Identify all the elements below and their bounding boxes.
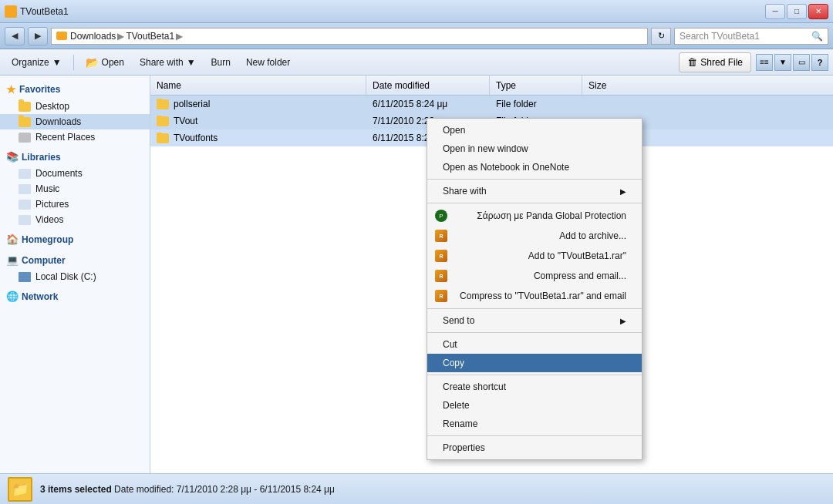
local-disk-icon — [19, 272, 31, 282]
maximize-button[interactable]: □ — [787, 4, 807, 19]
sidebar-header-favorites: ★ Favorites — [0, 80, 150, 99]
new-folder-button[interactable]: New folder — [239, 52, 297, 72]
organize-dropdown-icon: ▼ — [52, 57, 62, 68]
panda-protection-icon: P — [435, 210, 447, 222]
view-buttons: ≡≡ ▼ ▭ ? — [756, 54, 828, 71]
column-header: Name Date modified Type Size — [150, 76, 833, 96]
title-bar: TVoutBeta1 ─ □ ✕ — [0, 0, 833, 23]
sidebar-header-network: 🌐 Network — [0, 287, 150, 305]
toolbar: Organize ▼ 📂 Open Share with ▼ Burn New … — [0, 49, 833, 76]
view-list-button[interactable]: ≡≡ — [756, 54, 773, 71]
ctx-separator-5 — [427, 375, 642, 375]
window-title: TVoutBeta1 — [20, 6, 69, 17]
rar-icon-1: R — [435, 230, 447, 242]
ctx-separator-3 — [427, 308, 642, 309]
desktop-folder-icon — [19, 102, 31, 112]
sidebar-section-libraries: 📚 Libraries Documents Music Pictures Vid… — [0, 148, 150, 227]
ctx-compress-email[interactable]: R Compress and email... — [427, 266, 642, 286]
favorites-star-icon: ★ — [6, 83, 16, 96]
table-row[interactable]: pollserial 6/11/2015 8:24 μμ File folder — [150, 96, 833, 113]
ctx-cut[interactable]: Cut — [427, 335, 642, 354]
minimize-button[interactable]: ─ — [765, 4, 785, 19]
close-button[interactable]: ✕ — [808, 4, 828, 19]
ctx-copy[interactable]: Copy — [427, 354, 642, 372]
organize-button[interactable]: Organize ▼ — [5, 52, 69, 72]
ctx-send-to[interactable]: Send to ▶ — [427, 311, 642, 330]
file-name-cell: TVout — [150, 116, 366, 126]
help-button[interactable]: ? — [811, 54, 828, 71]
ctx-separator-1 — [427, 179, 642, 180]
search-placeholder: Search TVoutBeta1 — [680, 31, 760, 42]
computer-icon: 💻 — [6, 254, 19, 266]
ctx-properties[interactable]: Properties — [427, 438, 642, 457]
column-size[interactable]: Size — [582, 76, 833, 95]
sidebar-item-local-disk[interactable]: Local Disk (C:) — [0, 269, 150, 284]
documents-icon — [19, 169, 31, 179]
sidebar-item-desktop[interactable]: Desktop — [0, 99, 150, 114]
sidebar: ★ Favorites Desktop Downloads Recent Pla… — [0, 76, 150, 473]
videos-icon — [19, 215, 31, 225]
window-icon — [5, 5, 17, 18]
sidebar-header-libraries: 📚 Libraries — [0, 148, 150, 166]
breadcrumb-downloads[interactable]: Downloads — [70, 31, 116, 42]
ctx-share-with[interactable]: Share with ▶ — [427, 182, 642, 200]
status-bar: 📁 3 items selected Date modified: 7/11/2… — [0, 473, 833, 504]
column-date-modified[interactable]: Date modified — [366, 76, 490, 95]
ctx-separator-2 — [427, 203, 642, 203]
breadcrumb-tvoutbeta1[interactable]: TVoutBeta1 — [126, 31, 174, 42]
open-button[interactable]: 📂 Open — [79, 52, 131, 72]
address-input[interactable]: Downloads ▶ TVoutBeta1 ▶ — [51, 28, 648, 45]
sidebar-section-computer: 💻 Computer Local Disk (C:) — [0, 251, 150, 284]
share-with-button[interactable]: Share with ▼ — [133, 52, 203, 72]
preview-pane-button[interactable]: ▭ — [793, 54, 810, 71]
sidebar-item-pictures[interactable]: Pictures — [0, 197, 150, 212]
file-type-cell: File folder — [490, 99, 582, 109]
burn-button[interactable]: Burn — [204, 52, 238, 72]
ctx-rename[interactable]: Rename — [427, 415, 642, 433]
file-area: Name Date modified Type Size pollserial … — [150, 76, 833, 473]
sidebar-item-documents[interactable]: Documents — [0, 166, 150, 181]
rar-icon-3: R — [435, 270, 447, 282]
view-dropdown-button[interactable]: ▼ — [774, 54, 791, 71]
ctx-panda-scan[interactable]: P Σάρωση με Panda Global Protection — [427, 206, 642, 226]
sidebar-item-music[interactable]: Music — [0, 181, 150, 197]
file-folder-icon — [157, 99, 169, 109]
sidebar-item-recent-places[interactable]: Recent Places — [0, 129, 150, 145]
status-count: 3 items selected — [40, 484, 112, 495]
sidebar-section-favorites: ★ Favorites Desktop Downloads Recent Pla… — [0, 80, 150, 145]
sidebar-header-computer: 💻 Computer — [0, 251, 150, 269]
ctx-add-archive[interactable]: R Add to archive... — [427, 226, 642, 246]
breadcrumb-sep1: ▶ — [117, 31, 124, 42]
forward-button[interactable]: ▶ — [28, 27, 48, 45]
refresh-button[interactable]: ↻ — [651, 28, 671, 45]
sidebar-item-videos[interactable]: Videos — [0, 212, 150, 227]
ctx-share-arrow: ▶ — [620, 187, 626, 196]
shred-file-button[interactable]: 🗑 Shred File — [679, 52, 751, 72]
ctx-compress-to-rar-email[interactable]: R Compress to "TVoutBeta1.rar" and email — [427, 286, 642, 306]
ctx-open[interactable]: Open — [427, 121, 642, 139]
breadcrumb: Downloads ▶ TVoutBeta1 ▶ — [70, 31, 183, 42]
file-folder-icon — [157, 133, 169, 143]
network-icon: 🌐 — [6, 291, 19, 302]
ctx-open-onenote[interactable]: Open as Notebook in OneNote — [427, 158, 642, 176]
search-box[interactable]: Search TVoutBeta1 🔍 — [674, 28, 828, 45]
status-folder-icon: 📁 — [8, 477, 32, 502]
file-name-cell: TVoutfonts — [150, 133, 366, 143]
search-icon: 🔍 — [811, 31, 823, 42]
rar-icon-2: R — [435, 250, 447, 262]
toolbar-separator-1 — [73, 55, 74, 70]
ctx-open-new-window[interactable]: Open in new window — [427, 139, 642, 158]
ctx-separator-4 — [427, 332, 642, 333]
column-type[interactable]: Type — [490, 76, 582, 95]
sidebar-section-homegroup: 🏠 Homegroup — [0, 230, 150, 248]
column-name[interactable]: Name — [150, 76, 366, 95]
back-button[interactable]: ◀ — [5, 27, 25, 45]
downloads-folder-icon — [19, 117, 31, 127]
ctx-delete[interactable]: Delete — [427, 396, 642, 415]
window-controls: ─ □ ✕ — [765, 4, 828, 19]
sidebar-item-downloads[interactable]: Downloads — [0, 114, 150, 129]
rar-icon-4: R — [435, 290, 447, 302]
ctx-create-shortcut[interactable]: Create shortcut — [427, 378, 642, 396]
ctx-add-to-rar[interactable]: R Add to "TVoutBeta1.rar" — [427, 246, 642, 266]
main-area: ★ Favorites Desktop Downloads Recent Pla… — [0, 76, 833, 473]
